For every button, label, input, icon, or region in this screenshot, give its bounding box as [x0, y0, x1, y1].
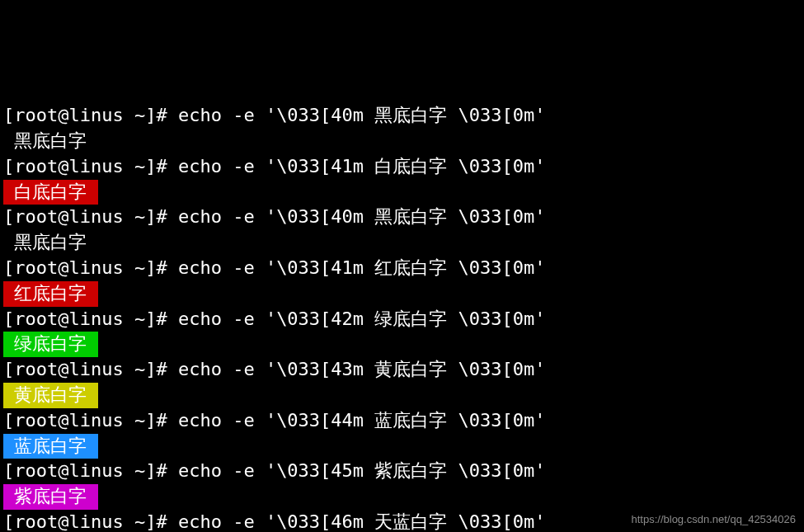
command-text: echo -e '\033[46m 天蓝白字 \033[0m': [178, 511, 546, 532]
colored-output: 绿底白字: [3, 332, 98, 357]
command-text: echo -e '\033[42m 绿底白字 \033[0m': [178, 308, 546, 329]
command-line: [root@linus ~]# echo -e '\033[41m 白底白字 \…: [3, 154, 801, 180]
output-line: 黄底白字: [3, 383, 801, 408]
colored-output: 白底白字: [3, 180, 98, 205]
command-line: [root@linus ~]# echo -e '\033[42m 绿底白字 \…: [3, 307, 801, 332]
output-line: 紫底白字: [3, 484, 801, 510]
command-line: [root@linus ~]# echo -e '\033[45m 紫底白字 \…: [3, 459, 801, 484]
colored-output: 红底白字: [3, 281, 98, 307]
colored-output: 蓝底白字: [3, 434, 98, 459]
output-line: 白底白字: [3, 180, 801, 205]
shell-prompt: [root@linus ~]#: [3, 308, 178, 329]
command-text: echo -e '\033[43m 黄底白字 \033[0m': [178, 359, 546, 379]
command-line: [root@linus ~]# echo -e '\033[40m 黑底白字 \…: [3, 103, 801, 129]
shell-prompt: [root@linus ~]#: [3, 206, 178, 227]
command-line: [root@linus ~]# echo -e '\033[44m 蓝底白字 \…: [3, 408, 801, 434]
output-line: 蓝底白字: [3, 434, 801, 459]
shell-prompt: [root@linus ~]#: [3, 156, 178, 177]
command-line: [root@linus ~]# echo -e '\033[43m 黄底白字 \…: [3, 357, 801, 383]
terminal-output: [root@linus ~]# echo -e '\033[40m 黑底白字 \…: [3, 103, 801, 532]
shell-prompt: [root@linus ~]#: [3, 257, 178, 278]
output-line: 红底白字: [3, 281, 801, 307]
shell-prompt: [root@linus ~]#: [3, 460, 178, 481]
command-text: echo -e '\033[40m 黑底白字 \033[0m': [178, 105, 546, 125]
command-line: [root@linus ~]# echo -e '\033[40m 黑底白字 \…: [3, 205, 801, 230]
shell-prompt: [root@linus ~]#: [3, 511, 178, 532]
shell-prompt: [root@linus ~]#: [3, 105, 178, 125]
output-line: 黑底白字: [3, 129, 801, 154]
watermark-text: https://blog.csdn.net/qq_42534026: [632, 512, 797, 527]
output-line: 黑底白字: [3, 230, 801, 256]
shell-prompt: [root@linus ~]#: [3, 359, 178, 379]
shell-prompt: [root@linus ~]#: [3, 410, 178, 431]
colored-output: 黑底白字: [3, 230, 98, 256]
command-text: echo -e '\033[41m 白底白字 \033[0m': [178, 156, 546, 177]
command-text: echo -e '\033[40m 黑底白字 \033[0m': [178, 206, 546, 227]
colored-output: 黑底白字: [3, 129, 98, 154]
command-text: echo -e '\033[45m 紫底白字 \033[0m': [178, 460, 546, 481]
command-text: echo -e '\033[44m 蓝底白字 \033[0m': [178, 410, 546, 431]
colored-output: 紫底白字: [3, 484, 98, 510]
colored-output: 黄底白字: [3, 383, 98, 408]
command-line: [root@linus ~]# echo -e '\033[41m 红底白字 \…: [3, 256, 801, 281]
output-line: 绿底白字: [3, 332, 801, 357]
command-text: echo -e '\033[41m 红底白字 \033[0m': [178, 257, 546, 278]
